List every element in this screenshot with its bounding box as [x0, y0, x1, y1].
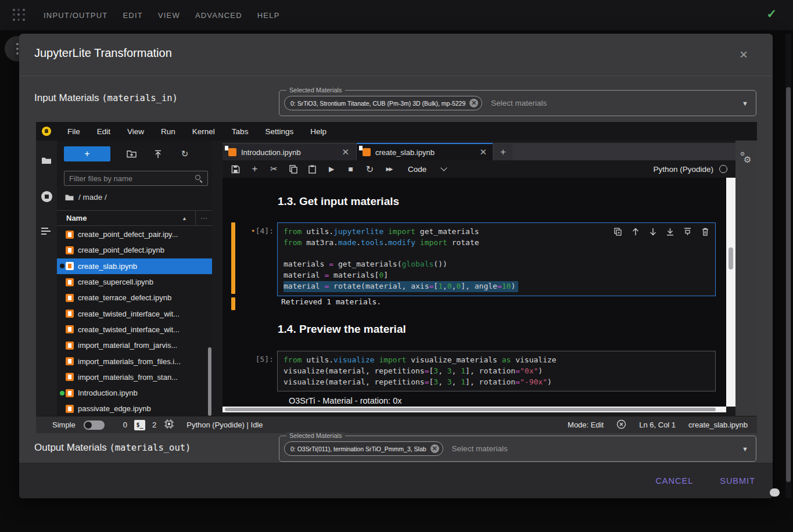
file-filter-input[interactable]: [69, 174, 195, 183]
delete-icon[interactable]: [701, 227, 709, 236]
file-row-create-twisted-interface-wit[interactable]: create_twisted_interface_wit...: [57, 305, 212, 321]
paste-cells-icon[interactable]: [306, 163, 318, 175]
top-menu-item-edit[interactable]: EDIT: [123, 11, 142, 20]
jupyter-menu-item-settings[interactable]: Settings: [265, 127, 293, 136]
cancel-button[interactable]: CANCEL: [655, 476, 693, 486]
duplicate-icon[interactable]: [613, 227, 622, 236]
file-browser-icon[interactable]: [36, 149, 57, 172]
running-kernels-icon[interactable]: [36, 185, 57, 208]
insert-below-icon[interactable]: [683, 227, 692, 236]
stop-kernel-icon[interactable]: ■: [345, 163, 357, 175]
add-cell-icon[interactable]: +: [249, 163, 261, 175]
copy-cells-icon[interactable]: [287, 163, 299, 175]
cell-type-select[interactable]: Code: [408, 165, 446, 174]
code-line[interactable]: visualize(material, repetitions=[3, 3, 1…: [284, 377, 709, 388]
move-up-icon[interactable]: [631, 227, 640, 236]
scrollbar-thumb[interactable]: [225, 408, 716, 411]
file-filter-box[interactable]: [64, 171, 208, 186]
run-cell-icon[interactable]: ▶: [325, 163, 338, 175]
code-line[interactable]: materials = get_materials(globals()): [284, 259, 709, 270]
file-row-create-point-defect-ipynb[interactable]: create_point_defect.ipynb: [57, 242, 212, 258]
file-row-passivate-edge-ipynb[interactable]: passivate_edge.ipynb: [57, 401, 212, 416]
statusbar-filename[interactable]: create_slab.ipynb: [688, 420, 748, 429]
chip-remove-icon[interactable]: ✕: [430, 444, 439, 453]
notebook-vertical-scrollbar[interactable]: [726, 178, 735, 407]
jupyter-menu-item-run[interactable]: Run: [161, 127, 175, 136]
restart-kernel-icon[interactable]: ↻: [364, 163, 376, 175]
insert-above-icon[interactable]: [666, 227, 674, 236]
file-list-more-icon[interactable]: ⋯: [195, 211, 207, 225]
code-line[interactable]: from utils.visualize import visualize_ma…: [284, 355, 709, 366]
top-menu-item-input-output[interactable]: INPUT/OUTPUT: [44, 11, 107, 20]
move-down-icon[interactable]: [648, 227, 657, 236]
file-row-create-twisted-interface-wit[interactable]: create_twisted_interface_wit...: [57, 322, 212, 337]
file-row-create-terrace-defect-ipynb[interactable]: create_terrace_defect.ipynb: [57, 290, 212, 305]
page-scrollbar[interactable]: [785, 34, 791, 498]
code-line[interactable]: from mat3ra.made.tools.modify import rot…: [284, 238, 709, 249]
file-row-import-materials-from-files-i[interactable]: import_materials_from_files.i...: [57, 353, 212, 369]
chip-remove-icon[interactable]: ✕: [469, 99, 478, 107]
page-scrollbar-thumb[interactable]: [786, 87, 791, 482]
jupyter-menu-item-edit[interactable]: Edit: [97, 127, 110, 136]
restart-run-all-icon[interactable]: ▶▶: [383, 163, 395, 175]
top-menu-item-advanced[interactable]: ADVANCED: [195, 11, 242, 20]
file-row-introduction-ipynb[interactable]: Introduction.ipynb: [57, 385, 212, 401]
chevron-down-icon[interactable]: ▼: [742, 445, 748, 452]
file-row-create-point-defect-pair-ipy[interactable]: create_point_defect_pair.ipy...: [57, 227, 212, 242]
code-line[interactable]: [284, 249, 709, 260]
new-tab-button[interactable]: +: [494, 144, 512, 160]
kernels-count[interactable]: 2: [152, 420, 156, 429]
file-list-header[interactable]: Name ▲ ⋯: [57, 210, 212, 226]
save-icon[interactable]: [229, 163, 242, 175]
table-of-contents-icon[interactable]: [36, 220, 57, 243]
file-row-create-supercell-ipynb[interactable]: create_supercell.ipynb: [57, 274, 212, 290]
top-menu-item-help[interactable]: HELP: [257, 11, 280, 20]
terminal-icon[interactable]: $_: [134, 420, 145, 430]
jupyter-menu-item-help[interactable]: Help: [310, 127, 326, 136]
simple-mode-toggle[interactable]: [84, 420, 105, 430]
tab-introduction[interactable]: Introduction.ipynb ✕: [223, 144, 356, 160]
file-row-create-slab-ipynb[interactable]: create_slab.ipynb: [57, 258, 212, 274]
jupyter-menu-item-view[interactable]: View: [127, 127, 144, 136]
kernel-name[interactable]: Python (Pyodide): [653, 165, 713, 174]
kernel-chip-icon[interactable]: [164, 419, 174, 430]
kernel-status-icon[interactable]: [719, 165, 727, 173]
jupyter-menu-item-file[interactable]: File: [67, 127, 80, 136]
code-cell-5[interactable]: from utils.visualize import visualize_ma…: [277, 351, 716, 391]
output-materials-select[interactable]: Selected Materials 0: O3SrTi(011), termi…: [279, 436, 756, 462]
modal-scrollbar-thumb[interactable]: [770, 488, 780, 497]
trust-shield-icon[interactable]: [616, 419, 626, 431]
input-materials-select[interactable]: Selected Materials 0: SrTiO3, Strontium …: [279, 90, 756, 116]
app-logo-icon[interactable]: [13, 9, 26, 21]
close-icon[interactable]: ×: [740, 48, 748, 62]
material-chip[interactable]: 0: SrTiO3, Strontium Titanate, CUB (Pm-3…: [284, 96, 482, 110]
top-menu-item-view[interactable]: VIEW: [158, 11, 180, 20]
upload-icon[interactable]: [152, 148, 164, 160]
file-list-scrollbar-thumb[interactable]: [208, 347, 211, 416]
refresh-icon[interactable]: ↻: [179, 148, 191, 160]
cut-cells-icon[interactable]: ✂: [268, 163, 280, 175]
new-folder-icon[interactable]: [125, 148, 137, 160]
jupyter-menu-item-tabs[interactable]: Tabs: [232, 127, 249, 136]
terminals-count[interactable]: 0: [123, 420, 127, 429]
close-tab-icon[interactable]: ✕: [479, 147, 487, 157]
close-tab-icon[interactable]: ✕: [342, 147, 349, 157]
code-line[interactable]: material = materials[0]: [284, 270, 709, 281]
code-line[interactable]: visualize(material, repetitions=[3, 3, 1…: [284, 366, 709, 377]
notebook-content[interactable]: ··· 1.3. Get input materials •[4]: from …: [223, 178, 726, 407]
code-line[interactable]: material = rotate(material, axis=[1,0,0]…: [284, 281, 518, 292]
new-launcher-button[interactable]: +: [64, 146, 110, 161]
kernel-status-text[interactable]: Python (Pyodide) | Idle: [186, 420, 263, 429]
chevron-down-icon[interactable]: ▼: [742, 100, 748, 107]
jupyter-menu-item-kernel[interactable]: Kernel: [192, 127, 215, 136]
line-col-indicator[interactable]: Ln 6, Col 1: [639, 420, 676, 429]
file-row-import-material-from-jarvis[interactable]: import_material_from_jarvis...: [57, 337, 212, 353]
breadcrumb[interactable]: / made /: [65, 193, 107, 202]
mode-indicator[interactable]: Mode: Edit: [568, 420, 604, 429]
scrollbar-thumb[interactable]: [729, 247, 733, 269]
output-collapser[interactable]: [231, 297, 235, 310]
submit-button[interactable]: SUBMIT: [720, 476, 755, 486]
code-cell-4[interactable]: from utils.jupyterlite import get_materi…: [277, 222, 716, 296]
tab-create-slab[interactable]: create_slab.ipynb ✕: [357, 143, 493, 160]
notebook-horizontal-scrollbar[interactable]: [223, 407, 726, 412]
